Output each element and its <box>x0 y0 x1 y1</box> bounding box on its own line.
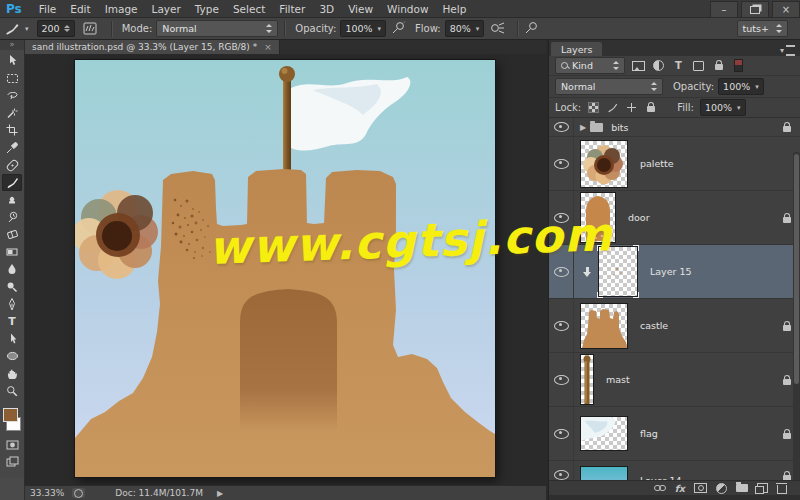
menu-help[interactable]: Help <box>435 3 473 15</box>
menu-file[interactable]: File <box>32 3 64 15</box>
blend-mode-select[interactable]: Normal <box>555 78 663 95</box>
dodge-tool[interactable] <box>2 278 22 295</box>
brush-tool[interactable] <box>2 174 22 191</box>
magic-wand-tool[interactable] <box>2 104 22 121</box>
menu-view[interactable]: View <box>341 3 380 15</box>
close-button[interactable]: × <box>772 1 800 18</box>
layer-name[interactable]: bits <box>611 122 628 133</box>
layer-thumbnail[interactable] <box>580 192 616 243</box>
path-selection-tool[interactable] <box>2 330 22 347</box>
toolbar-collapse-button[interactable]: » <box>0 40 24 50</box>
minimize-button[interactable]: – <box>710 1 738 18</box>
status-menu-arrow[interactable]: ▶ <box>217 489 223 498</box>
lock-all-button[interactable] <box>644 102 657 114</box>
layers-scrollbar[interactable] <box>793 152 800 500</box>
panel-menu-button[interactable]: ▾ <box>780 45 795 56</box>
opacity-box[interactable]: 100% ▾ <box>340 20 386 37</box>
visibility-toggle[interactable] <box>549 118 574 136</box>
layer-row-layer-15[interactable]: Layer 15 <box>549 245 800 299</box>
airbrush-toggle-button[interactable] <box>489 21 506 36</box>
healing-brush-tool[interactable] <box>2 156 22 173</box>
shape-tool[interactable] <box>2 348 22 365</box>
filter-kind-select[interactable]: Kind <box>555 57 625 74</box>
marquee-tool[interactable] <box>2 69 22 86</box>
filter-shape-layers-button[interactable] <box>692 60 705 72</box>
menu-select[interactable]: Select <box>226 3 272 15</box>
flow-box[interactable]: 80% ▾ <box>445 20 485 37</box>
layer-name[interactable]: door <box>628 212 650 223</box>
menu-layer[interactable]: Layer <box>145 3 188 15</box>
layer-thumbnail[interactable] <box>580 303 628 349</box>
layer-row-mast[interactable]: mast <box>549 353 800 407</box>
visibility-toggle[interactable] <box>549 299 574 352</box>
brush-size-spinner[interactable] <box>64 25 70 32</box>
move-tool[interactable] <box>2 52 22 69</box>
layer-row-flag[interactable]: flag <box>549 407 800 461</box>
group-expand-icon[interactable]: ▶ <box>580 123 586 132</box>
visibility-toggle[interactable] <box>549 353 574 406</box>
canvas[interactable] <box>75 60 495 477</box>
gradient-tool[interactable] <box>2 243 22 260</box>
layer-name[interactable]: palette <box>640 158 674 169</box>
filter-type-layers-button[interactable]: T <box>672 60 685 72</box>
new-group-button[interactable] <box>736 483 748 494</box>
blur-tool[interactable] <box>2 261 22 278</box>
new-layer-button[interactable] <box>757 483 768 494</box>
history-brush-tool[interactable] <box>2 209 22 226</box>
screen-mode-button[interactable] <box>2 453 22 470</box>
tab-close-icon[interactable]: × <box>264 42 272 52</box>
layer-thumbnail[interactable] <box>580 416 628 451</box>
add-layer-mask-button[interactable] <box>694 483 707 494</box>
mode-select[interactable]: Normal <box>156 20 278 37</box>
fill-box[interactable]: 100% ▾ <box>700 99 746 116</box>
layer-name[interactable]: Layer 15 <box>650 266 692 277</box>
layers-tab[interactable]: Layers <box>551 42 602 56</box>
link-layers-button[interactable] <box>654 483 666 494</box>
filter-smart-objects-button[interactable] <box>712 60 725 72</box>
filter-toggle-switch[interactable] <box>732 60 745 72</box>
clone-stamp-tool[interactable] <box>2 191 22 208</box>
eraser-tool[interactable] <box>2 226 22 243</box>
type-tool[interactable]: T <box>2 313 22 330</box>
pen-tool[interactable] <box>2 295 22 312</box>
layer-name[interactable]: flag <box>640 428 658 439</box>
tool-preset-picker[interactable]: ▾ <box>4 22 29 36</box>
tablet-pressure-opacity-button[interactable] <box>391 21 406 37</box>
filter-adjustment-layers-button[interactable] <box>652 60 665 72</box>
visibility-toggle[interactable] <box>549 191 574 244</box>
filter-pixel-layers-button[interactable] <box>632 60 645 72</box>
adjustment-layer-button[interactable] <box>716 483 727 494</box>
layer-row-bits[interactable]: ▶ bits <box>549 118 800 137</box>
workspace-switcher[interactable]: tuts+ <box>737 20 788 37</box>
layer-thumbnail[interactable] <box>580 354 594 405</box>
lock-pixels-button[interactable] <box>606 102 619 114</box>
brush-size-box[interactable]: 200 <box>37 20 75 37</box>
eyedropper-tool[interactable] <box>2 139 22 156</box>
layer-row-castle[interactable]: castle <box>549 299 800 353</box>
visibility-toggle[interactable] <box>549 137 574 190</box>
menu-type[interactable]: Type <box>188 3 226 15</box>
menu-image[interactable]: Image <box>98 3 145 15</box>
zoom-level-field[interactable]: 33.33% <box>30 488 64 498</box>
menu-edit[interactable]: Edit <box>63 3 97 15</box>
layer-row-palette[interactable]: palette <box>549 137 800 191</box>
layer-thumbnail[interactable] <box>598 246 638 297</box>
document-tab[interactable]: sand illustration.psd @ 33.3% (Layer 15,… <box>25 40 280 54</box>
layer-row-door[interactable]: door <box>549 191 800 245</box>
layer-name[interactable]: mast <box>606 374 630 385</box>
crop-tool[interactable] <box>2 122 22 139</box>
menu-filter[interactable]: Filter <box>272 3 312 15</box>
zoom-tool[interactable] <box>2 382 22 399</box>
restore-button[interactable] <box>741 1 769 18</box>
lasso-tool[interactable] <box>2 87 22 104</box>
toggle-brush-panel-button[interactable] <box>83 22 97 35</box>
tablet-pressure-size-button[interactable] <box>524 21 539 37</box>
menu-window[interactable]: Window <box>380 3 435 15</box>
hand-tool[interactable] <box>2 365 22 382</box>
quick-mask-button[interactable] <box>2 436 22 453</box>
delete-layer-button[interactable] <box>777 483 787 494</box>
layer-thumbnail[interactable] <box>580 140 628 188</box>
layer-style-button[interactable]: fx <box>675 483 685 494</box>
scrollbar-thumb[interactable] <box>794 154 799 384</box>
layer-name[interactable]: castle <box>640 320 668 331</box>
